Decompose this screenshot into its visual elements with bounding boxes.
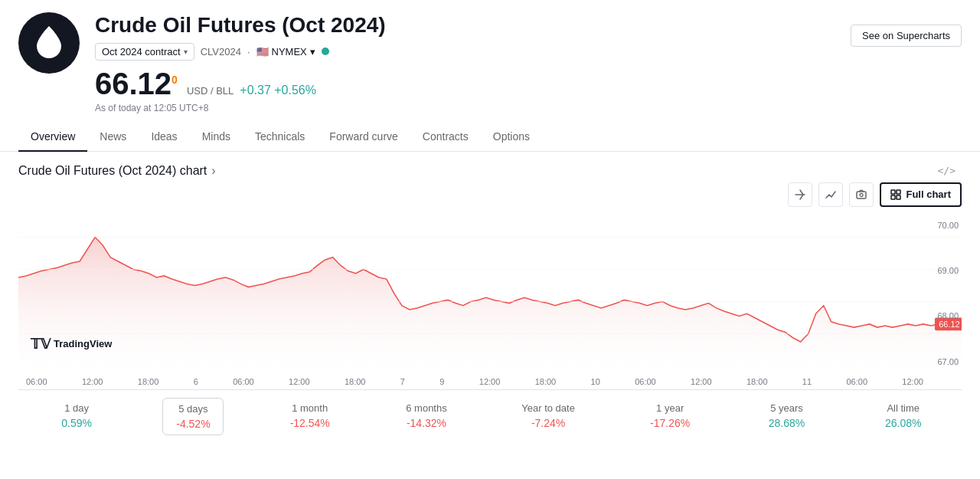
contract-row: Oct 2024 contract ▾ CLV2024 · 🇺🇸 NYMEX ▾ [95,43,835,61]
nav-item-minds[interactable]: Minds [190,123,243,152]
navigation: Overview News Ideas Minds Technicals For… [0,123,980,152]
nav-item-overview[interactable]: Overview [18,123,87,152]
nav-item-news[interactable]: News [87,123,139,152]
price-chart: 66.12 70.00 69.00 68.00 67.00 𝕋𝕍 Trading… [18,213,962,374]
supercharts-button[interactable]: See on Supercharts [851,25,962,47]
current-price: 66.120 [95,67,178,101]
svg-rect-2 [891,190,895,194]
svg-point-1 [860,193,863,196]
asset-info: Crude Oil Futures (Oct 2024) Oct 2024 co… [95,12,835,113]
chart-title[interactable]: Crude Oil Futures (Oct 2024) chart › [18,164,216,178]
period-selector: 1 day 0.59% 5 days -4.52% 1 month -12.54… [18,389,962,435]
exchange-badge[interactable]: 🇺🇸 NYMEX ▾ [256,46,315,57]
ticker-separator: · [247,46,250,57]
asset-title: Crude Oil Futures (Oct 2024) [95,12,835,38]
svg-rect-3 [897,190,900,194]
nav-item-ideas[interactable]: Ideas [139,123,189,152]
nav-item-technicals[interactable]: Technicals [243,123,317,152]
price-row: 66.120 USD / BLL +0.37 +0.56% [95,67,835,101]
price-unit: USD / BLL [187,85,234,97]
tv-logo-icon: 𝕋𝕍 [31,336,51,353]
chart-toolbar: Full chart [18,182,962,207]
flag-icon: 🇺🇸 [256,46,269,57]
price-timestamp: As of today at 12:05 UTC+8 [95,103,835,113]
chart-section: Crude Oil Futures (Oct 2024) chart › </>… [0,152,980,435]
compare-button[interactable] [788,182,812,207]
x-axis-labels: 06:00 12:00 18:00 6 06:00 12:00 18:00 7 … [18,374,962,386]
period-5days[interactable]: 5 days -4.52% [162,398,224,435]
nav-item-contracts[interactable]: Contracts [410,123,481,152]
ticker-label: CLV2024 [201,46,241,57]
period-1day[interactable]: 1 day 0.59% [46,398,107,435]
nav-item-forward-curve[interactable]: Forward curve [317,123,410,152]
contract-selector[interactable]: Oct 2024 contract ▾ [95,43,194,61]
period-1month[interactable]: 1 month -12.54% [279,398,341,435]
svg-rect-4 [891,195,895,199]
screenshot-button[interactable] [849,182,874,207]
y-axis-labels: 70.00 69.00 68.00 67.00 [923,213,962,374]
header: Crude Oil Futures (Oct 2024) Oct 2024 co… [0,0,980,113]
period-5years[interactable]: 5 years 28.68% [756,398,817,435]
full-chart-button[interactable]: Full chart [880,182,962,207]
nav-item-options[interactable]: Options [481,123,542,152]
period-1year[interactable]: 1 year -17.26% [639,398,701,435]
tradingview-logo: 𝕋𝕍 TradingView [31,336,112,353]
period-6months[interactable]: 6 months -14.32% [396,398,457,435]
asset-logo [18,12,80,74]
exchange-dropdown-arrow-icon: ▾ [310,46,315,57]
indicators-button[interactable] [818,182,843,207]
svg-rect-5 [897,195,900,199]
price-change: +0.37 +0.56% [240,84,316,97]
market-open-indicator [322,48,329,55]
svg-rect-0 [857,192,866,198]
period-ytd[interactable]: Year to date -7.24% [512,398,584,435]
header-actions: See on Supercharts [851,12,962,47]
period-alltime[interactable]: All time 26.08% [873,398,934,435]
embed-icon: </> [938,165,956,176]
dropdown-arrow-icon: ▾ [184,48,188,56]
